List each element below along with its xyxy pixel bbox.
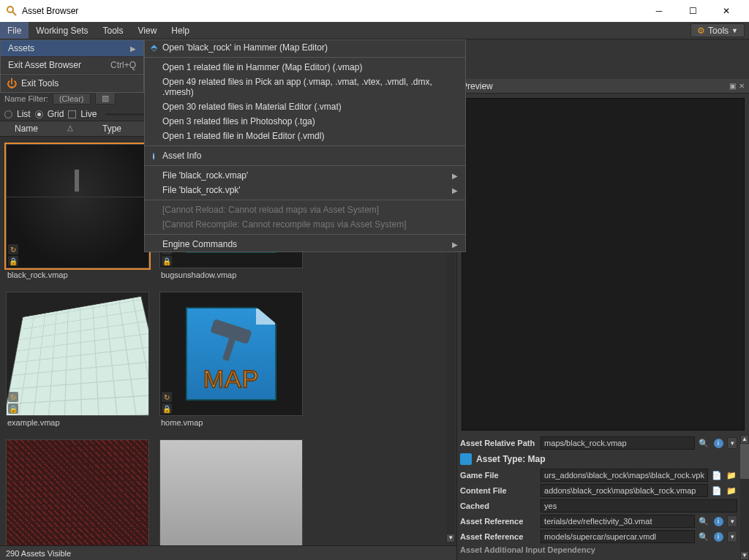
chevron-down-icon[interactable]: ▾ [727,437,737,449]
svg-line-1 [12,12,16,15]
menu-file[interactable]: File [0,22,29,39]
right-panel: Preview ▣ ✕ Asset Relative Path maps/bla… [456,39,749,560]
properties-scrollbar[interactable]: ▲ ▼ [740,435,749,560]
asset-card[interactable]: ↻🔒 example.vmap [6,292,149,429]
preview-viewport[interactable] [462,98,745,431]
status-text: 290 Assets Visible [6,549,71,558]
cm-open-1-hammer[interactable]: Open 1 related file in Hammer (Map Edito… [145,60,465,75]
app-icon [6,5,18,17]
refresh-icon: ↻ [162,392,172,402]
cm-open-49[interactable]: Open 49 related files in Pick an app (.v… [145,75,465,99]
label-content-file: Content File [460,486,538,495]
cm-cannot-recompile: [Cannot Recompile: Cannot recompile maps… [145,217,465,232]
label-cached: Cached [460,502,538,510]
cm-asset-info[interactable]: i Asset Info [145,148,465,163]
svg-point-0 [7,7,13,12]
preview-header: Preview ▣ ✕ [457,79,749,94]
field-content-file[interactable]: addons\black_rock\maps\black_rock.vmap [541,484,708,497]
col-type[interactable]: Type [102,124,121,134]
radio-grid[interactable] [35,110,43,118]
file-menu: Assets ▶ Exit Asset Browser Ctrl+Q ⏻ Exi… [0,39,144,93]
submenu-arrow-icon: ▶ [452,186,458,194]
info-icon[interactable]: i [712,515,724,527]
menubar: File Working Sets Tools View Help ⚙ Tool… [0,22,749,39]
col-name[interactable]: Name [15,124,38,134]
info-icon[interactable]: i [712,437,724,449]
info-icon: i [148,151,159,162]
explore-icon[interactable]: 📁 [726,469,737,481]
info-icon[interactable]: i [712,531,724,542]
label-relative-path: Asset Relative Path [460,439,538,447]
menu-tools[interactable]: Tools [95,22,130,39]
undock-icon[interactable]: ▣ [729,82,736,90]
minimize-button[interactable]: ─ [642,0,676,22]
file-menu-assets[interactable]: Assets ▶ [1,40,143,57]
close-panel-icon[interactable]: ✕ [739,82,745,90]
asset-thumbnail: MAP ↻🔒 [159,292,303,416]
lock-icon: 🔒 [162,404,172,414]
tools-dropdown-button[interactable]: ⚙ Tools ▼ [690,23,745,37]
name-filter-label: Name Filter: [4,94,48,103]
label-asset-reference: Asset Reference [460,517,538,526]
cm-open-1-model[interactable]: Open 1 related file in Model Editor (.vm… [145,129,465,143]
checkbox-live[interactable] [68,110,76,118]
field-relative-path[interactable]: maps/black_rock.vmap [541,436,695,450]
asset-card[interactable]: ↻🔒 black_rock.vmap [6,144,149,281]
chevron-down-icon[interactable]: ▾ [727,515,737,527]
properties-panel: Asset Relative Path maps/black_rock.vmap… [457,435,740,560]
field-game-file[interactable]: urs_addons\black_rock\maps\black_rock.vp… [541,469,708,482]
cm-file-vmap[interactable]: File 'black_rock.vmap'▶ [145,168,465,183]
filter-icon-button[interactable]: ▥ [95,92,116,105]
hammer-icon: ⬘ [148,42,159,53]
search-icon[interactable]: 🔍 [698,437,710,449]
copy-icon[interactable]: 📄 [711,485,723,496]
cm-open-3[interactable]: Open 3 related files in Photoshop (.tga) [145,114,465,129]
cm-engine-commands[interactable]: Engine Commands▶ [145,237,465,251]
field-asset-reference-1[interactable]: terials/dev/reflectivity_30.vmat [541,515,695,528]
gear-icon: ⚙ [697,26,705,36]
asset-card[interactable]: MAP ↻🔒 home.vmap [159,292,303,429]
scroll-up-button[interactable]: ▲ [740,435,749,444]
scroll-thumb[interactable] [740,444,749,479]
label-game-file: Game File [460,471,538,480]
refresh-icon: ↻ [8,392,18,402]
scroll-down-button[interactable]: ▼ [446,534,455,542]
asset-card[interactable]: ◆ trans_noshadow.vmat [6,439,149,545]
preview-title: Preview [462,81,493,91]
scroll-down-button[interactable]: ▼ [740,551,749,560]
field-cached[interactable]: yes [541,499,737,512]
file-menu-exit-tools[interactable]: ⏻ Exit Tools [1,75,143,92]
clear-filter-button[interactable]: (Clear) [53,93,91,105]
label-grid: Grid [48,109,64,119]
menu-working-sets[interactable]: Working Sets [29,22,95,39]
menu-view[interactable]: View [131,22,165,39]
refresh-icon: ↻ [8,244,18,254]
asset-card[interactable]: ◆ inverted_sphere.vmat [159,439,303,545]
lock-icon: 🔒 [8,256,18,266]
close-button[interactable]: ✕ [710,0,743,22]
field-asset-reference-2[interactable]: models/supercar/supercar.vmdl [541,530,695,543]
search-icon[interactable]: 🔍 [698,531,710,542]
cm-open-hammer[interactable]: ⬘ Open 'black_rock' in Hammer (Map Edito… [145,40,465,55]
asset-thumbnail: ↻🔒 [6,144,149,268]
asset-caption: bugsunshadow.vmap [159,268,303,281]
power-icon: ⏻ [7,77,17,89]
maximize-button[interactable]: ☐ [676,0,710,22]
copy-icon[interactable]: 📄 [711,469,723,481]
explore-icon[interactable]: 📁 [726,485,737,496]
file-menu-exit-browser[interactable]: Exit Asset Browser Ctrl+Q [1,57,143,74]
search-icon[interactable]: 🔍 [698,515,710,527]
chevron-down-icon[interactable]: ▾ [727,531,737,542]
asset-thumbnail: ◆ [159,439,303,545]
status-bar: 290 Assets Visible [0,545,456,560]
map-type-icon [460,453,472,465]
chevron-down-icon: ▼ [731,27,738,34]
submenu-arrow-icon: ▶ [452,241,458,249]
submenu-arrow-icon: ▶ [130,45,136,53]
menu-help[interactable]: Help [164,22,197,39]
asset-caption: example.vmap [6,416,149,429]
titlebar: Asset Browser ─ ☐ ✕ [0,0,749,22]
radio-list[interactable] [4,110,12,118]
cm-open-30[interactable]: Open 30 related files in Material Editor… [145,99,465,114]
cm-file-vpk[interactable]: File 'black_rock.vpk'▶ [145,183,465,197]
